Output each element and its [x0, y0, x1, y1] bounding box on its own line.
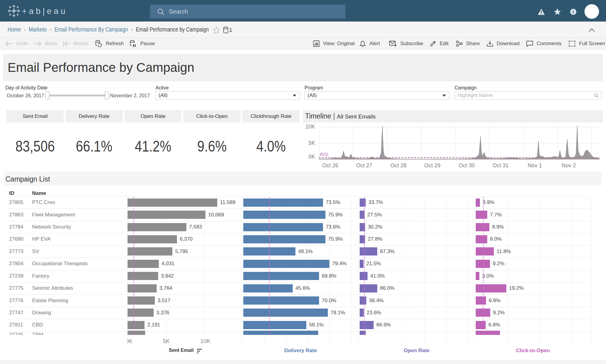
svg-text:AVG: AVG	[320, 152, 328, 157]
